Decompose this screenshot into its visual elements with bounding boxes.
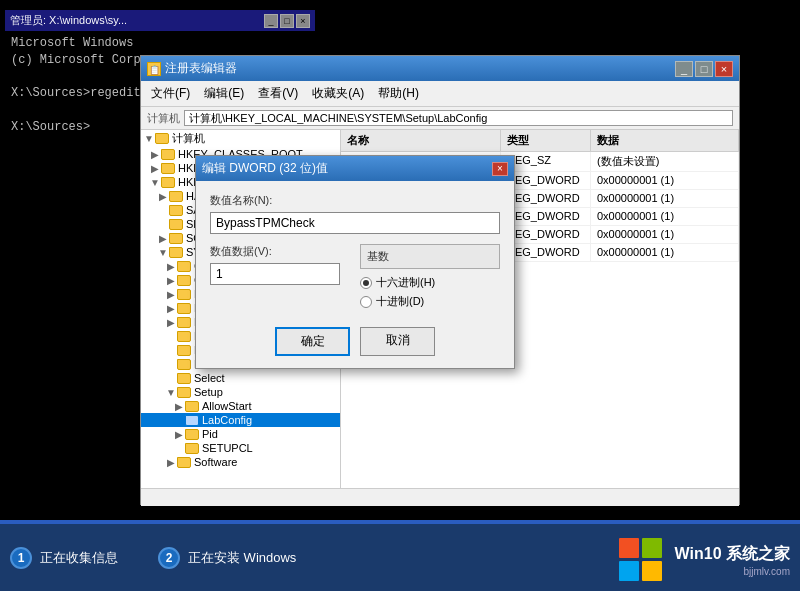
expand-icon: ▶ (165, 303, 177, 314)
radio-hex-circle[interactable] (360, 277, 372, 289)
addr-label: 计算机 (147, 111, 180, 126)
svg-rect-2 (619, 561, 639, 581)
folder-icon (185, 429, 199, 440)
expand-icon: ▶ (165, 457, 177, 468)
folder-icon (177, 317, 191, 328)
folder-icon (161, 163, 175, 174)
regedit-menubar: 文件(F) 编辑(E) 查看(V) 收藏夹(A) 帮助(H) (141, 81, 739, 107)
menu-file[interactable]: 文件(F) (145, 83, 196, 104)
dword-ok-button[interactable]: 确定 (275, 327, 350, 356)
tree-item-allowstart[interactable]: ▶ AllowStart (141, 399, 340, 413)
dword-value-col: 数值数据(V): (210, 244, 340, 313)
value-data: 0x00000001 (1) (591, 172, 739, 189)
folder-icon (177, 457, 191, 468)
folder-icon (161, 177, 175, 188)
win10-logo (617, 536, 667, 586)
radio-hex-label: 十六进制(H) (376, 275, 435, 290)
folder-icon (177, 345, 191, 356)
value-data: (数值未设置) (591, 152, 739, 171)
step-2-number: 2 (158, 547, 180, 569)
tree-item-computer[interactable]: ▼ 计算机 (141, 130, 340, 147)
radio-dec-circle[interactable] (360, 296, 372, 308)
tree-item-labconfig[interactable]: LabConfig (141, 413, 340, 427)
regedit-app-icon: 📋 (147, 62, 161, 76)
dword-dialog-title: 编辑 DWORD (32 位)值 (202, 160, 328, 177)
col-header-type: 类型 (501, 130, 591, 151)
folder-icon (185, 415, 199, 426)
menu-favorites[interactable]: 收藏夹(A) (306, 83, 370, 104)
step-1-label: 正在收集信息 (40, 549, 118, 567)
radio-hex[interactable]: 十六进制(H) (360, 275, 500, 290)
regedit-address-bar: 计算机 (141, 107, 739, 130)
cmd-close-button[interactable]: × (296, 14, 310, 28)
expand-icon: ▼ (143, 133, 155, 144)
folder-icon (185, 443, 199, 454)
dword-base-label: 基数 (360, 244, 500, 269)
folder-icon (169, 191, 183, 202)
value-data: 0x00000001 (1) (591, 244, 739, 261)
dword-data-label: 数值数据(V): (210, 244, 340, 259)
cmd-titlebar-buttons: _ □ × (264, 14, 310, 28)
value-data: 0x00000001 (1) (591, 190, 739, 207)
tree-item-setupcl[interactable]: SETUPCL (141, 441, 340, 455)
folder-icon (169, 247, 183, 258)
folder-icon (177, 359, 191, 370)
tree-label: Select (194, 372, 225, 384)
expand-icon: ▶ (173, 401, 185, 412)
tree-item-setup[interactable]: ▼ Setup (141, 385, 340, 399)
expand-icon: ▶ (165, 317, 177, 328)
regedit-minimize-button[interactable]: _ (675, 61, 693, 77)
taskbar-content: 1 正在收集信息 2 正在安装 Windows Win10 系统之家 bjjml… (0, 524, 800, 591)
menu-edit[interactable]: 编辑(E) (198, 83, 250, 104)
regedit-title: 注册表编辑器 (165, 60, 237, 77)
svg-rect-1 (642, 538, 662, 558)
regedit-maximize-button[interactable]: □ (695, 61, 713, 77)
dword-name-label: 数值名称(N): (210, 193, 500, 208)
dword-cancel-button[interactable]: 取消 (360, 327, 435, 356)
win10-logo-svg (617, 536, 667, 586)
folder-icon (177, 261, 191, 272)
col-header-data: 数据 (591, 130, 739, 151)
tree-label-computer: 计算机 (172, 131, 205, 146)
computer-icon (155, 133, 169, 144)
svg-rect-0 (619, 538, 639, 558)
tree-label: AllowStart (202, 400, 252, 412)
tree-item-select[interactable]: Select (141, 371, 340, 385)
taskbar-step-1: 1 正在收集信息 (10, 547, 118, 569)
radio-dec-label: 十进制(D) (376, 294, 424, 309)
expand-icon: ▶ (173, 429, 185, 440)
cmd-minimize-button[interactable]: _ (264, 14, 278, 28)
regedit-titlebar-left: 📋 注册表编辑器 (147, 60, 237, 77)
expand-icon: ▼ (149, 177, 161, 188)
win10-line1: Win10 系统之家 (675, 543, 790, 565)
dword-buttons: 确定 取消 (210, 327, 500, 356)
menu-view[interactable]: 查看(V) (252, 83, 304, 104)
cmd-maximize-button[interactable]: □ (280, 14, 294, 28)
value-data: 0x00000001 (1) (591, 208, 739, 225)
regedit-close-button[interactable]: × (715, 61, 733, 77)
dword-base-col: 基数 十六进制(H) 十进制(D) (360, 244, 500, 313)
menu-help[interactable]: 帮助(H) (372, 83, 425, 104)
folder-icon (177, 303, 191, 314)
value-data: 0x00000001 (1) (591, 226, 739, 243)
svg-rect-3 (642, 561, 662, 581)
step-2-label: 正在安装 Windows (188, 549, 296, 567)
address-input[interactable] (184, 110, 733, 126)
dword-row: 数值数据(V): 基数 十六进制(H) 十进制(D) (210, 244, 500, 313)
expand-icon: ▼ (157, 247, 169, 258)
dword-close-button[interactable]: × (492, 162, 508, 176)
radio-dec[interactable]: 十进制(D) (360, 294, 500, 309)
regedit-status (141, 488, 739, 506)
dword-name-input[interactable] (210, 212, 500, 234)
dword-data-input[interactable] (210, 263, 340, 285)
folder-icon (177, 373, 191, 384)
tree-label: Software (194, 456, 237, 468)
expand-icon: ▶ (157, 233, 169, 244)
tree-item-pid[interactable]: ▶ Pid (141, 427, 340, 441)
win10-line2: bjjmlv.com (675, 565, 790, 579)
expand-icon: ▼ (165, 387, 177, 398)
expand-icon: ▶ (165, 289, 177, 300)
cmd-title: 管理员: X:\windows\sy... (10, 13, 127, 28)
tree-label-labconfig: LabConfig (202, 414, 252, 426)
tree-item-software-bottom[interactable]: ▶ Software (141, 455, 340, 469)
